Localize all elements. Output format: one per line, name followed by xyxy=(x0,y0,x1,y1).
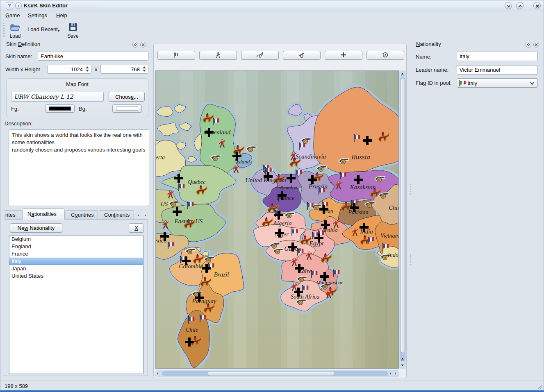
panel-close-button[interactable] xyxy=(533,42,539,48)
svg-text:US: US xyxy=(161,201,168,207)
panel-float-button[interactable] xyxy=(526,42,531,48)
tab-continents[interactable]: Continents xyxy=(99,210,134,220)
close-icon xyxy=(535,4,540,9)
scroll-up-icon[interactable]: ∧ xyxy=(401,357,404,361)
minimize-button[interactable] xyxy=(505,2,512,9)
width-input[interactable] xyxy=(47,65,91,74)
nationality-title: Nationality xyxy=(416,41,441,47)
width-spinbox[interactable] xyxy=(47,65,91,74)
float-icon xyxy=(527,43,530,46)
list-item[interactable]: Belgium xyxy=(9,236,143,243)
chevron-down-icon xyxy=(506,4,511,9)
bg-color-swatch xyxy=(116,106,138,111)
anchor-plus-icon xyxy=(340,52,347,58)
delete-nationality-button[interactable]: X xyxy=(129,223,144,233)
bg-color-button[interactable] xyxy=(112,104,142,113)
floppy-save-icon xyxy=(68,23,77,32)
new-nationality-button[interactable]: New Nationality xyxy=(10,223,62,233)
skin-definition-panel: Skin Definition Skin name: Width x Heigh… xyxy=(4,41,148,206)
height-input[interactable] xyxy=(100,65,148,74)
splitter-handle[interactable] xyxy=(410,184,411,195)
horizontal-scrollbar[interactable]: ‹ ‹ › xyxy=(155,370,399,377)
vertical-scroll-thumb[interactable] xyxy=(400,78,405,353)
spin-arrows-icon[interactable] xyxy=(143,66,146,72)
skin-name-input[interactable] xyxy=(38,52,148,61)
map-font-title: Map Font xyxy=(7,81,148,87)
bg-label: Bg: xyxy=(79,106,87,112)
resize-grip-icon[interactable] xyxy=(537,384,543,390)
close-button[interactable] xyxy=(533,2,541,9)
list-item-selected[interactable]: Italy xyxy=(9,258,143,265)
dock-tabbar: rites Nationalities Countries Continents… xyxy=(4,208,148,220)
spin-arrows-icon[interactable] xyxy=(86,66,89,72)
world-map[interactable]: Groenland Island Alberta Quebec US Easte… xyxy=(156,71,398,368)
list-item[interactable]: Japan xyxy=(9,265,143,272)
choose-font-button[interactable]: Choose... xyxy=(109,92,145,102)
tab-nationalities[interactable]: Nationalities xyxy=(22,208,65,220)
center-target-icon xyxy=(382,52,389,58)
toolbar-drag-handle[interactable] xyxy=(3,23,5,37)
window-help-button[interactable]: ? xyxy=(6,2,13,9)
horizontal-scroll-thumb[interactable] xyxy=(207,371,335,376)
place-cavalry-button[interactable] xyxy=(241,51,279,60)
flag-icon xyxy=(173,52,180,58)
svg-text:China: China xyxy=(389,204,398,211)
center-point-button[interactable] xyxy=(366,51,404,60)
scroll-right-icon[interactable]: › xyxy=(395,372,396,376)
size-times: x xyxy=(95,66,98,73)
close-icon xyxy=(535,43,538,46)
tab-scroll-left-button[interactable]: ‹ xyxy=(136,212,141,218)
nationalities-tab-panel: New Nationality X Belgium England France… xyxy=(4,219,148,376)
list-item[interactable]: United States xyxy=(9,272,143,280)
scroll-down-icon[interactable]: ∨ xyxy=(401,363,404,367)
menu-help[interactable]: Help xyxy=(56,12,67,18)
tab-scroll-right-button[interactable]: › xyxy=(142,212,148,218)
load-button[interactable]: Load xyxy=(7,23,23,39)
folder-open-icon xyxy=(9,23,21,32)
tab-sprites[interactable]: rites xyxy=(4,210,22,220)
svg-text:Chile: Chile xyxy=(186,327,198,333)
window-menu-icon[interactable] xyxy=(15,2,22,9)
height-spinbox[interactable] xyxy=(100,65,148,74)
fg-color-button[interactable] xyxy=(45,104,75,113)
close-icon xyxy=(141,43,145,46)
flag-id-combobox[interactable]: italy xyxy=(457,78,538,88)
tab-countries[interactable]: Countries xyxy=(66,210,98,220)
scroll-left-icon[interactable]: ‹ xyxy=(390,372,391,376)
svg-text:Alberta: Alberta xyxy=(156,154,165,161)
load-recent-button[interactable]: Load Recent▾ xyxy=(27,26,59,33)
place-flag-button[interactable] xyxy=(157,51,195,60)
place-cannon-button[interactable] xyxy=(283,51,321,60)
list-item[interactable]: France xyxy=(9,250,143,258)
place-anchor-button[interactable] xyxy=(325,51,362,60)
flag-id-value: italy xyxy=(468,80,477,86)
fg-label: Fg: xyxy=(11,106,19,112)
svg-text:Benelux: Benelux xyxy=(280,184,297,190)
svg-text:Pakistan: Pakistan xyxy=(348,209,369,215)
nationality-name-input[interactable] xyxy=(457,52,538,61)
svg-text:Brazil: Brazil xyxy=(214,271,229,278)
scroll-up-icon[interactable]: ∧ xyxy=(401,72,404,76)
svg-text:Madagascar: Madagascar xyxy=(316,279,344,286)
save-button[interactable]: Save xyxy=(65,23,81,39)
chevron-down-icon xyxy=(530,81,535,86)
panel-close-button[interactable] xyxy=(140,42,146,48)
leader-name-input[interactable] xyxy=(457,65,538,75)
maximize-button[interactable] xyxy=(516,2,524,9)
fg-color-swatch xyxy=(49,106,71,111)
titlebar-stripes xyxy=(103,2,507,9)
panel-float-button[interactable] xyxy=(132,42,138,48)
scroll-left-icon[interactable]: ‹ xyxy=(157,372,158,376)
vertical-scrollbar[interactable]: ∧ ∧ ∨ xyxy=(399,70,406,369)
place-infantry-button[interactable] xyxy=(199,51,237,60)
description-label: Description: xyxy=(5,120,33,127)
map-canvas[interactable]: Groenland Island Alberta Quebec US Easte… xyxy=(155,70,399,369)
splitter-handle[interactable] xyxy=(410,254,411,265)
description-textarea[interactable]: This skin shows a world that looks like … xyxy=(9,129,149,206)
list-item[interactable]: England xyxy=(9,243,143,250)
menu-settings[interactable]: Settings xyxy=(28,12,47,18)
svg-text:United Kingdom: United Kingdom xyxy=(245,177,286,184)
menu-game[interactable]: Game xyxy=(5,12,20,18)
nationalities-list[interactable]: Belgium England France Italy Japan Unite… xyxy=(9,235,143,374)
dropdown-arrow-icon: ▾ xyxy=(58,29,60,33)
